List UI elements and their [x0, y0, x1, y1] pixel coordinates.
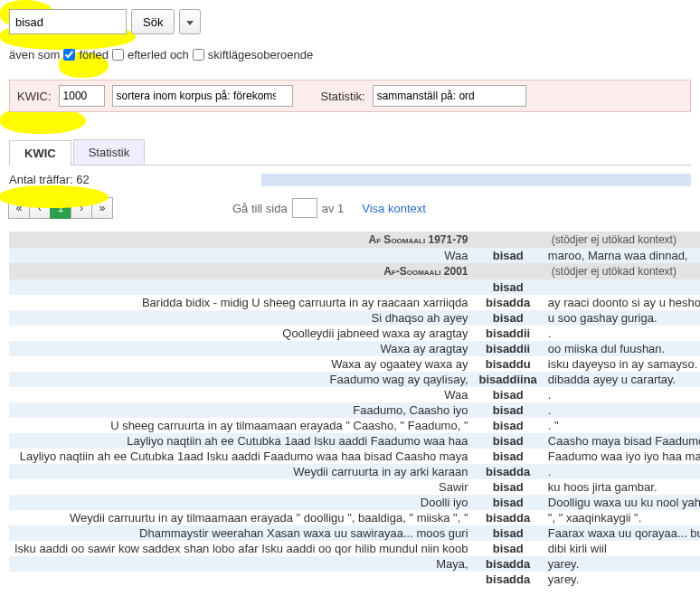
goto-of: av 1: [322, 202, 345, 215]
kwic-right: dibadda ayey u carartay.: [543, 372, 700, 387]
kwic-left: Dhammaystir weerahan Xasan waxa uu sawir…: [9, 525, 474, 541]
kwic-keyword: bisad: [474, 279, 543, 295]
kwic-right: .: [543, 326, 700, 341]
table-row[interactable]: Dhammaystir weerahan Xasan waxa uu sawir…: [9, 525, 700, 541]
search-input[interactable]: [9, 9, 127, 34]
table-row[interactable]: Weydii carruurta in ay arki karaanbisadd…: [9, 464, 700, 479]
kwic-size-label: KWIC:: [17, 90, 52, 103]
kwic-right: .: [543, 387, 700, 402]
table-row[interactable]: Waxa ay ogaatey waxa aybisadduisku dayey…: [9, 356, 700, 372]
kwic-keyword: bisad: [474, 310, 543, 326]
corpus-note: (stödjer ej utökad kontext): [543, 232, 700, 248]
table-row[interactable]: bisad: [9, 279, 700, 295]
kwic-right: dibi kirli wiil: [543, 541, 700, 556]
kwic-right: Faarax waxa uu qorayaa... buug ma: [543, 525, 700, 541]
search-button[interactable]: Sök: [131, 9, 175, 34]
progress-bar: [261, 174, 691, 186]
show-context-link[interactable]: Visa kontext: [362, 202, 426, 215]
kwic-left: Maya,: [9, 556, 474, 572]
case-label: skiftlägesoberoende: [208, 48, 313, 61]
table-row[interactable]: Qoolleydii jabneed waxa ay aragtaybisadd…: [9, 326, 700, 341]
tab-statistik[interactable]: Statistik: [73, 139, 146, 165]
table-row[interactable]: Waxa ay aragtaybisaddiioo miiska dul fuu…: [9, 341, 700, 356]
table-row[interactable]: Weydii carruurtu in ay tilmaamaan erayad…: [9, 510, 700, 525]
kwic-left: Waa: [9, 248, 474, 263]
kwic-left: Faadumo wag ay qaylisay,: [9, 372, 474, 387]
chevron-down-icon: [186, 21, 194, 25]
kwic-right: isku dayeyso in ay samayso.: [543, 356, 700, 372]
kwic-keyword: bisad: [474, 433, 543, 449]
case-checkbox[interactable]: [193, 49, 204, 61]
sort-select[interactable]: sortera inom korpus på: förekomst: [112, 85, 293, 107]
kwic-size-select[interactable]: 1000: [59, 85, 105, 107]
goto-input[interactable]: [292, 198, 317, 218]
table-row[interactable]: Waabisadmaroo, Marna waa dinnad,: [9, 248, 700, 263]
table-row[interactable]: Sawirbisadku hoos jirta gambar.: [9, 479, 700, 495]
table-row[interactable]: Faadumo wag ay qaylisay,bisaddiinadibadd…: [9, 372, 700, 387]
kwic-keyword: bisadda: [474, 572, 543, 587]
kwic-left: U sheeg carruurta in ay tilmaamaan eraya…: [9, 418, 474, 433]
kwic-keyword: bisadda: [474, 510, 543, 525]
kwic-right: u soo gashay guriga.: [543, 310, 700, 326]
kwic-keyword: bisad: [474, 402, 543, 418]
kwic-keyword: bisaddii: [474, 341, 543, 356]
kwic-right: Doolligu waxa uu ku nool yahay me: [543, 495, 700, 510]
kwic-keyword: bisaddiina: [474, 372, 543, 387]
kwic-left: [9, 572, 474, 587]
kwic-left: Sawir: [9, 479, 474, 495]
stat-label: Statistik:: [321, 90, 365, 103]
kwic-keyword: bisadda: [474, 295, 543, 310]
kwic-left: Weydii carruurta in ay arki karaan: [9, 464, 474, 479]
kwic-keyword: bisad: [474, 248, 543, 263]
table-row[interactable]: Maya,bisaddayarey.: [9, 556, 700, 572]
kwic-right: [543, 279, 700, 295]
search-dropdown[interactable]: [179, 9, 201, 34]
kwic-keyword: bisad: [474, 387, 543, 402]
table-row[interactable]: Faadumo, Caasho iyobisad.: [9, 402, 700, 418]
kwic-right: .: [543, 402, 700, 418]
kwic-right: maroo, Marna waa dinnad,: [543, 248, 700, 263]
kwic-right: . ": [543, 418, 700, 433]
kwic-table: Af Soomaali 1971-79(stödjer ej utökad ko…: [9, 232, 700, 587]
kwic-left: Layliyo naqtiin ah ee Cutubka 1aad Isku …: [9, 449, 474, 464]
kwic-keyword: bisad: [474, 479, 543, 495]
kwic-right: ", " xaaqinkaygii ".: [543, 510, 700, 525]
kwic-left: Qoolleydii jabneed waxa ay aragtay: [9, 326, 474, 341]
kwic-left: Doolli iyo: [9, 495, 474, 510]
corpus-note: (stödjer ej utökad kontext): [543, 263, 700, 279]
table-row[interactable]: bisaddayarey.: [9, 572, 700, 587]
table-row[interactable]: Isku aaddi oo sawir kow saddex shan lobo…: [9, 541, 700, 556]
kwic-left: Waa: [9, 387, 474, 402]
table-row[interactable]: Doolli iyobisadDoolligu waxa uu ku nool …: [9, 495, 700, 510]
kwic-keyword: bisadda: [474, 464, 543, 479]
efterled-label: efterled och: [128, 48, 189, 61]
table-row[interactable]: U sheeg carruurta in ay tilmaamaan eraya…: [9, 418, 700, 433]
forled-checkbox[interactable]: [63, 49, 75, 61]
efterled-checkbox[interactable]: [112, 49, 124, 61]
kwic-right: Faadumo waa iyo iyo haa maya Ca: [543, 449, 700, 464]
kwic-left: Si dhaqso ah ayey: [9, 310, 474, 326]
kwic-left: [9, 279, 474, 295]
kwic-right: yarey.: [543, 572, 700, 587]
table-row[interactable]: Baridda bidix - midig U sheeg carruurta …: [9, 295, 700, 310]
kwic-left: Baridda bidix - midig U sheeg carruurta …: [9, 295, 474, 310]
kwic-keyword: bisadda: [474, 556, 543, 572]
kwic-left: Isku aaddi oo sawir kow saddex shan lobo…: [9, 541, 474, 556]
table-row[interactable]: Waabisad.: [9, 387, 700, 402]
table-row[interactable]: Si dhaqso ah ayeybisadu soo gashay gurig…: [9, 310, 700, 326]
corpus-name: Af-Soomaali 2001: [9, 263, 474, 279]
hit-count: Antal träffar: 62: [9, 173, 90, 186]
forled-label: förled: [79, 48, 109, 61]
corpus-name: Af Soomaali 1971-79: [9, 232, 474, 248]
kwic-left: Faadumo, Caasho iyo: [9, 402, 474, 418]
kwic-keyword: bisad: [474, 418, 543, 433]
kwic-right: ay raaci doonto si ay u hesho cunta: [543, 295, 700, 310]
kwic-keyword: bisaddu: [474, 356, 543, 372]
kwic-right: oo miiska dul fuushan.: [543, 341, 700, 356]
stat-select[interactable]: sammanställ på: ord: [373, 85, 526, 107]
kwic-right: .: [543, 464, 700, 479]
table-row[interactable]: Layliyo naqtiin ah ee Cutubka 1aad Isku …: [9, 449, 700, 464]
kwic-keyword: bisad: [474, 525, 543, 541]
table-row[interactable]: Layliyo naqtiin ah ee Cutubka 1aad Isku …: [9, 433, 700, 449]
tab-kwic[interactable]: KWIC: [9, 140, 71, 166]
